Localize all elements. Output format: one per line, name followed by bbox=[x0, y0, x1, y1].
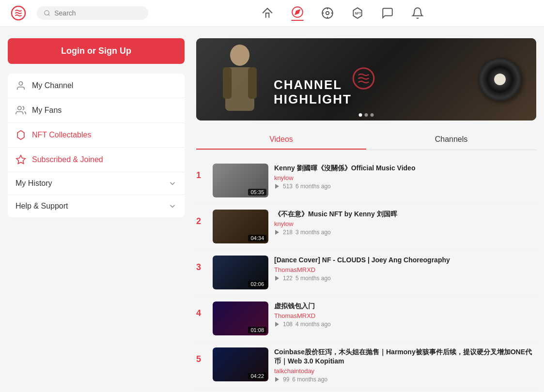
search-input[interactable] bbox=[54, 9, 141, 17]
nft-nav-icon[interactable]: NFT bbox=[351, 7, 364, 19]
view-count: 218 bbox=[283, 229, 293, 236]
video-list-item[interactable]: 5 04:22 Coinbase股价狂泻，木头姐在抛售｜Harmony被骇事件后… bbox=[196, 342, 536, 389]
video-list-item[interactable]: 2 04:34 《不在意》Music NFT by Kenny 刘国晖 knyl… bbox=[196, 204, 536, 250]
explore-nav-icon[interactable] bbox=[291, 6, 304, 21]
play-icon bbox=[274, 275, 280, 281]
svg-point-11 bbox=[19, 82, 22, 85]
vinyl-record bbox=[478, 58, 522, 101]
sidebar-item-subscribed-joined[interactable]: Subscribed & Joined bbox=[8, 148, 185, 172]
banner-line2: HIGHLIGHT bbox=[274, 92, 352, 107]
video-duration: 02:06 bbox=[248, 281, 266, 287]
tab-channels[interactable]: Channels bbox=[366, 130, 536, 150]
video-list-item[interactable]: 1 05:35 Kenny 劉國暉《沒關係》Official Music Vid… bbox=[196, 158, 536, 204]
video-meta: 218 3 months ago bbox=[274, 229, 536, 236]
video-rank: 3 bbox=[196, 256, 207, 272]
video-title: [Dance Cover] NF - CLOUDS | Joey Ang Cho… bbox=[274, 256, 536, 265]
nft-icon: NFT bbox=[351, 7, 364, 19]
svg-point-12 bbox=[18, 106, 21, 110]
sidebar-accordion-help-support: Help & Support bbox=[8, 195, 185, 217]
sidebar-item-nft-collectables-label: NFT Collectables bbox=[32, 131, 91, 139]
tab-videos[interactable]: Videos bbox=[196, 130, 366, 150]
video-channel[interactable]: knylow bbox=[274, 220, 536, 227]
svg-marker-22 bbox=[275, 377, 279, 382]
sidebar-item-nft-collectables[interactable]: NFT Collectables bbox=[8, 123, 185, 148]
search-icon bbox=[44, 9, 50, 17]
banner-dot-2[interactable] bbox=[365, 113, 368, 117]
video-thumbnail[interactable]: 04:22 bbox=[213, 347, 268, 381]
video-duration: 05:35 bbox=[248, 189, 266, 196]
video-thumbnail[interactable]: 02:06 bbox=[213, 256, 268, 289]
play-icon bbox=[274, 377, 280, 382]
time-ago: 6 months ago bbox=[295, 183, 331, 190]
video-thumbnail[interactable]: 04:34 bbox=[213, 210, 268, 243]
home-nav-icon[interactable] bbox=[261, 7, 274, 19]
sidebar-menu: My Channel My Fans NFT Collectables bbox=[8, 74, 185, 217]
bell-nav-icon[interactable] bbox=[411, 7, 424, 19]
banner-logo bbox=[350, 65, 377, 94]
banner-dot-1[interactable] bbox=[359, 113, 362, 117]
video-channel[interactable]: talkchaintoday bbox=[274, 367, 536, 375]
view-count: 99 bbox=[283, 376, 289, 383]
video-channel[interactable]: ThomasMRXD bbox=[274, 312, 536, 319]
video-duration: 01:08 bbox=[248, 327, 266, 333]
sidebar-accordion-help-support-header[interactable]: Help & Support bbox=[8, 195, 185, 217]
sidebar-accordion-my-history-header[interactable]: My History bbox=[8, 172, 185, 195]
svg-rect-16 bbox=[223, 67, 232, 99]
home-icon bbox=[261, 7, 274, 19]
svg-marker-20 bbox=[275, 276, 279, 281]
video-title: Coinbase股价狂泻，木头姐在抛售｜Harmony被骇事件后续，提议硬分叉增… bbox=[274, 347, 536, 366]
video-list-item[interactable]: 4 01:08 虚拟钱包入门 ThomasMRXD 108 4 months a… bbox=[196, 296, 536, 342]
time-ago: 4 months ago bbox=[295, 321, 331, 328]
banner-dots bbox=[359, 113, 374, 117]
video-rank: 4 bbox=[196, 302, 207, 318]
nav-icons: NFT bbox=[261, 6, 424, 21]
video-meta: 513 6 months ago bbox=[274, 183, 536, 190]
banner-text: CHANNEL HIGHLIGHT bbox=[274, 78, 352, 107]
logo[interactable] bbox=[8, 2, 29, 24]
banner-dot-3[interactable] bbox=[371, 113, 374, 117]
video-list-item[interactable]: 3 02:06 [Dance Cover] NF - CLOUDS | Joey… bbox=[196, 250, 536, 296]
video-channel[interactable]: knylow bbox=[274, 174, 536, 181]
video-list: 1 05:35 Kenny 劉國暉《沒關係》Official Music Vid… bbox=[196, 158, 536, 389]
video-info: 虚拟钱包入门 ThomasMRXD 108 4 months ago bbox=[274, 302, 536, 328]
chat-nav-icon[interactable] bbox=[381, 7, 394, 19]
help-support-label: Help & Support bbox=[16, 202, 68, 211]
view-all-button[interactable]: View All bbox=[196, 389, 536, 392]
sidebar-item-my-fans[interactable]: My Fans bbox=[8, 98, 185, 123]
svg-marker-19 bbox=[275, 230, 279, 235]
video-channel[interactable]: ThomasMRXD bbox=[274, 266, 536, 273]
svg-marker-21 bbox=[275, 322, 279, 327]
video-thumbnail[interactable]: 05:35 bbox=[213, 164, 268, 197]
video-meta: 122 5 months ago bbox=[274, 275, 536, 282]
svg-point-14 bbox=[230, 45, 249, 66]
video-info: Kenny 劉國暉《沒關係》Official Music Video knylo… bbox=[274, 164, 536, 190]
time-ago: 6 months ago bbox=[292, 376, 327, 383]
banner-person bbox=[206, 38, 274, 121]
play-icon bbox=[274, 321, 280, 327]
video-rank: 1 bbox=[196, 164, 207, 181]
channel-banner: CHANNEL HIGHLIGHT bbox=[196, 38, 536, 121]
sidebar-item-subscribed-joined-label: Subscribed & Joined bbox=[32, 155, 103, 164]
view-count: 108 bbox=[283, 321, 293, 328]
svg-point-5 bbox=[326, 12, 329, 15]
video-thumbnail[interactable]: 01:08 bbox=[213, 302, 268, 335]
video-info: 《不在意》Music NFT by Kenny 刘国晖 knylow 218 3… bbox=[274, 210, 536, 236]
sidebar-item-my-channel[interactable]: My Channel bbox=[8, 74, 185, 98]
video-title: 虚拟钱包入门 bbox=[274, 302, 536, 311]
sidebar-item-my-fans-label: My Fans bbox=[32, 106, 62, 115]
video-duration: 04:22 bbox=[248, 373, 266, 379]
sidebar-accordion-my-history: My History bbox=[8, 172, 185, 195]
content-tabs: Videos Channels bbox=[196, 130, 536, 150]
sidebar-item-my-channel-label: My Channel bbox=[32, 81, 73, 90]
page-layout: Login or Sign Up My Channel My Fans bbox=[0, 27, 544, 392]
video-info: Coinbase股价狂泻，木头姐在抛售｜Harmony被骇事件后续，提议硬分叉增… bbox=[274, 347, 536, 383]
search-bar[interactable] bbox=[37, 6, 148, 20]
film-nav-icon[interactable] bbox=[321, 7, 334, 19]
video-rank: 5 bbox=[196, 347, 207, 364]
login-signup-button[interactable]: Login or Sign Up bbox=[8, 38, 185, 64]
video-meta: 108 4 months ago bbox=[274, 321, 536, 328]
film-icon bbox=[321, 7, 334, 19]
bell-icon bbox=[411, 7, 424, 19]
chevron-down-icon-2 bbox=[168, 202, 177, 211]
star-icon bbox=[16, 154, 26, 165]
